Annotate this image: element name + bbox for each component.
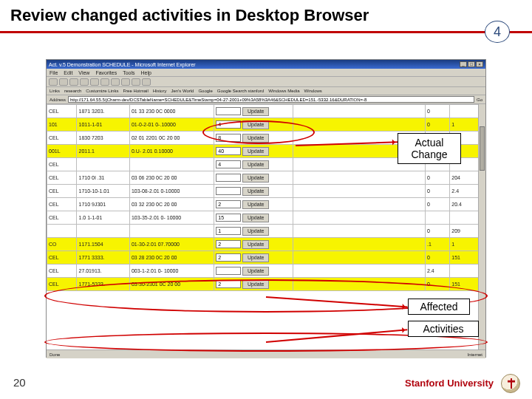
cell-spacer xyxy=(293,265,426,278)
value-input[interactable] xyxy=(216,227,241,235)
value-input[interactable] xyxy=(216,200,241,208)
link-item[interactable]: Windows xyxy=(304,89,322,93)
update-button[interactable]: Update xyxy=(242,240,269,249)
address-label: Address xyxy=(50,98,66,102)
history-icon[interactable] xyxy=(121,78,130,86)
cell-timestamp: 01 33 230 0C 0000 xyxy=(129,105,214,118)
cell-timestamp: 103-35-2.01 0- 10000 xyxy=(129,211,214,225)
cell-timestamp: 01-0-2-01 0-.10000 xyxy=(129,118,214,132)
home-icon[interactable] xyxy=(90,78,99,86)
menu-bar: File Edit View Favorites Tools Help xyxy=(47,69,485,77)
links-label: Links xyxy=(50,89,60,93)
value-input[interactable] xyxy=(216,187,241,195)
maximize-button[interactable]: □ xyxy=(468,61,475,67)
value-input[interactable] xyxy=(216,160,241,168)
step-badge: 4 xyxy=(485,21,510,43)
stanford-logo-icon xyxy=(501,374,520,393)
menu-edit[interactable]: Edit xyxy=(64,70,72,75)
callout-line2: Change xyxy=(411,149,447,160)
annotation-ellipse-actual xyxy=(202,120,315,144)
menu-tools[interactable]: Tools xyxy=(123,70,134,75)
cell-type: CEL xyxy=(47,132,77,145)
cell-timestamp: 03 06 230 0C 20 00 xyxy=(129,171,214,185)
cell-type: CEL xyxy=(47,198,77,211)
cell-spacer xyxy=(293,211,426,225)
cell-type: CEL xyxy=(47,171,77,185)
cell-type: CEL xyxy=(47,251,77,265)
favorites-icon[interactable] xyxy=(111,78,120,86)
refresh-icon[interactable] xyxy=(80,78,89,86)
go-button[interactable]: Go xyxy=(477,98,482,102)
callout-activities: Activities xyxy=(408,321,479,337)
cell-v1 xyxy=(426,211,450,225)
minimize-button[interactable]: _ xyxy=(460,61,467,67)
cell-v1: 0 xyxy=(426,185,450,198)
stop-icon[interactable] xyxy=(69,78,78,86)
callout-line1: Actual xyxy=(415,137,444,149)
cell-type: CEL xyxy=(47,265,77,278)
menu-file[interactable]: File xyxy=(50,70,58,75)
cell-spacer xyxy=(293,198,426,211)
cell-input: Update xyxy=(214,265,293,278)
cell-type: 101 xyxy=(47,118,77,132)
menu-favorites[interactable]: Favorites xyxy=(95,70,117,75)
cell-type: CO xyxy=(47,238,77,251)
close-button[interactable]: × xyxy=(476,61,483,67)
update-button[interactable]: Update xyxy=(242,160,269,169)
cell-timestamp: 0.U- 2.01 0.10000 xyxy=(129,145,214,158)
link-item[interactable]: Google Search stanford xyxy=(217,89,264,93)
table-row: CEL1771 3333.03 28 230 0C 20 00 Update01… xyxy=(47,251,485,265)
cell-type xyxy=(47,225,77,238)
update-button[interactable]: Update xyxy=(242,214,269,222)
value-input[interactable] xyxy=(216,214,241,222)
value-input[interactable] xyxy=(216,267,241,275)
table-row: CEL1.0 1-1-01103-35-2.01 0- 10000 Update xyxy=(47,211,485,225)
link-item[interactable]: research xyxy=(64,89,81,93)
value-input[interactable] xyxy=(216,174,241,182)
cell-input: Update xyxy=(214,105,293,118)
cell-type: CEL xyxy=(47,185,77,198)
forward-icon[interactable] xyxy=(59,78,68,86)
update-button[interactable]: Update xyxy=(242,253,269,262)
window-titlebar: Act. v.5 Demonstration SCHEDULE - Micros… xyxy=(47,60,485,69)
back-icon[interactable] xyxy=(49,78,58,86)
update-button[interactable]: Update xyxy=(242,200,269,209)
link-item[interactable]: Google xyxy=(198,89,212,93)
value-input[interactable] xyxy=(216,240,241,248)
update-button[interactable]: Update xyxy=(242,174,269,183)
scroll-thumb[interactable] xyxy=(480,126,485,171)
window-title-text: Act. v.5 Demonstration SCHEDULE - Micros… xyxy=(49,62,196,67)
cell-id: 1830 7203 xyxy=(77,132,129,145)
cell-spacer xyxy=(293,185,426,198)
cell-id: 1011-1-01 xyxy=(77,118,129,132)
cell-type: CEL xyxy=(47,105,77,118)
update-button[interactable]: Update xyxy=(242,187,269,196)
scrollbar[interactable] xyxy=(478,104,485,349)
address-input[interactable] xyxy=(68,96,474,103)
link-item[interactable]: Customize Links xyxy=(86,89,118,93)
menu-help[interactable]: Help xyxy=(141,70,151,75)
cell-timestamp: 03 28 230 0C 20 00 xyxy=(129,251,214,265)
link-item[interactable]: Free Hotmail xyxy=(123,89,148,93)
link-item[interactable]: Jen's World xyxy=(171,89,194,93)
cell-v1: .1 xyxy=(426,238,450,251)
link-item[interactable]: Windows Media xyxy=(268,89,299,93)
print-icon[interactable] xyxy=(142,78,151,86)
update-button[interactable]: Update xyxy=(242,147,269,156)
update-button[interactable]: Update xyxy=(242,227,269,236)
link-item[interactable]: History xyxy=(153,89,167,93)
cell-input: Update xyxy=(214,251,293,265)
update-button[interactable]: Update xyxy=(242,267,269,276)
mail-icon[interactable] xyxy=(132,78,140,86)
value-input[interactable] xyxy=(216,253,241,262)
value-input[interactable] xyxy=(216,107,241,115)
cell-input: Update xyxy=(214,145,293,158)
cell-spacer xyxy=(293,238,426,251)
table-row: CEL27.01913.003-1-2.01 0- 10000 Update2.… xyxy=(47,265,485,278)
cell-timestamp: 01-30-2.01 07.70000 xyxy=(129,238,214,251)
menu-view[interactable]: View xyxy=(78,70,89,75)
search-icon[interactable] xyxy=(100,78,109,86)
cell-timestamp: 02 01 2201 0C 20 00 xyxy=(129,132,214,145)
value-input[interactable] xyxy=(216,147,241,155)
update-button[interactable]: Update xyxy=(242,107,269,116)
